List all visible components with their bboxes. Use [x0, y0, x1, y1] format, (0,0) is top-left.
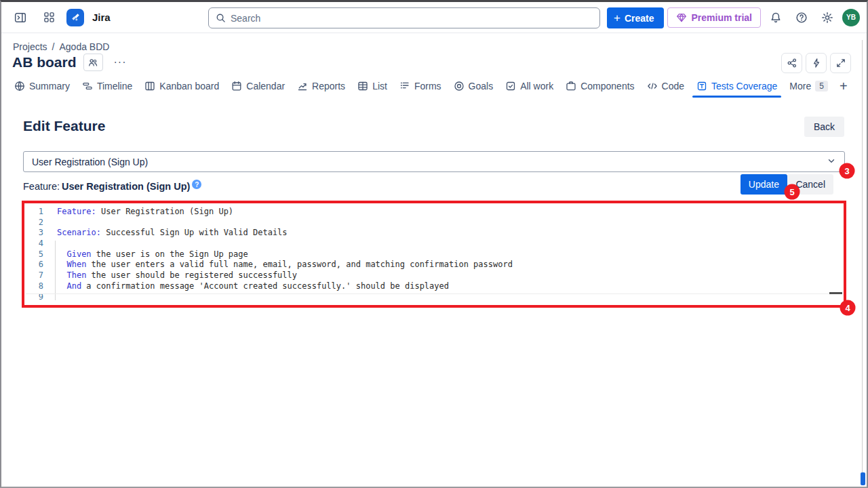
feature-label: Feature: — [23, 181, 60, 192]
code-line: 5 Given the user is on the Sign Up page — [24, 249, 844, 260]
tab-label: Reports — [312, 81, 345, 92]
tabs-list: SummaryTimelineKanban boardCalendarRepor… — [8, 77, 783, 95]
edit-feature-heading: Edit Feature — [23, 118, 105, 134]
tab-forms[interactable]: Forms — [394, 77, 447, 95]
tab-more[interactable]: More 5 — [784, 77, 833, 95]
annotation-badge-4: 4 — [840, 300, 856, 316]
all-work-icon — [505, 81, 516, 92]
help-icon[interactable] — [791, 7, 812, 28]
line-number: 5 — [24, 249, 43, 260]
code-line: 4 — [24, 239, 844, 249]
line-number: 8 — [24, 281, 43, 292]
tab-label: Calendar — [246, 81, 285, 92]
settings-gear-icon[interactable] — [816, 7, 838, 28]
tab-label: Components — [580, 81, 634, 92]
board-tab-bar: SummaryTimelineKanban boardCalendarRepor… — [8, 76, 856, 96]
tab-label: Kanban board — [159, 81, 219, 92]
tab-tests-coverage[interactable]: Tests Coverage — [691, 77, 783, 95]
share-icon[interactable] — [781, 53, 802, 73]
board-icon — [144, 81, 155, 92]
board-more-actions-button[interactable]: ··· — [110, 55, 131, 70]
page-title: AB board — [12, 54, 77, 70]
tab-list[interactable]: List — [352, 77, 393, 95]
line-number: 1 — [24, 207, 43, 218]
indent-guide-line — [55, 241, 56, 300]
tab-kanban-board[interactable]: Kanban board — [139, 77, 224, 95]
tab-components[interactable]: Components — [560, 77, 639, 95]
tab-label: List — [372, 81, 387, 92]
breadcrumb-projects[interactable]: Projects — [13, 41, 47, 52]
tab-code[interactable]: Code — [642, 77, 690, 95]
line-number: 3 — [24, 228, 43, 239]
feature-help-icon[interactable]: ? — [192, 180, 201, 189]
code-line: 1Feature: User Registration (Sign Up) — [24, 207, 844, 218]
jira-logo[interactable] — [66, 9, 84, 26]
tab-label: Tests Coverage — [711, 81, 777, 92]
breadcrumb-project-name[interactable]: Agoda BDD — [59, 41, 109, 52]
breadcrumb-separator: / — [52, 41, 55, 52]
code-text: Scenario: Successful Sign Up with Valid … — [43, 228, 288, 239]
automation-lightning-icon[interactable] — [806, 53, 827, 73]
topbar-left-group: Jira — [9, 2, 111, 33]
top-navigation-bar: Jira + Create Premium trial — [1, 2, 867, 33]
search-bar[interactable] — [208, 7, 600, 28]
gem-icon — [676, 12, 687, 23]
create-button[interactable]: + Create — [607, 7, 664, 28]
browser-window: Jira + Create Premium trial — [0, 0, 868, 488]
feature-name: User Registration (Sign Up) — [62, 181, 190, 192]
code-text: When the user enters a valid full name, … — [43, 260, 513, 270]
feature-code-editor[interactable]: 1Feature: User Registration (Sign Up)23S… — [24, 203, 844, 305]
code-line: 7 Then the user should be registered suc… — [24, 270, 844, 281]
add-tab-button[interactable]: + — [834, 79, 853, 94]
board-toolbar — [781, 53, 851, 73]
tests-coverage-icon — [696, 81, 707, 92]
chevron-down-icon — [827, 156, 836, 167]
tab-label: All work — [520, 81, 553, 92]
page-scrollbar-thumb[interactable] — [861, 472, 865, 485]
back-button[interactable]: Back — [804, 117, 844, 137]
sidebar-toggle-icon[interactable] — [9, 7, 31, 28]
board-members-button[interactable] — [83, 54, 103, 71]
user-avatar[interactable]: YB — [842, 9, 860, 26]
code-text: And a confirmation message 'Account crea… — [43, 281, 449, 292]
code-line: 8 And a confirmation message 'Account cr… — [24, 281, 844, 292]
timeline-icon — [82, 81, 93, 92]
feature-name-line: Feature: User Registration (Sign Up) ? — [23, 181, 201, 192]
annotation-badge-3: 3 — [840, 163, 855, 179]
fullscreen-expand-icon[interactable] — [830, 53, 851, 73]
components-icon — [566, 81, 576, 92]
tab-goals[interactable]: Goals — [448, 77, 499, 95]
tab-all-work[interactable]: All work — [500, 77, 559, 95]
tab-label: Timeline — [97, 81, 132, 92]
app-switcher-icon[interactable] — [38, 7, 60, 28]
line-number: 2 — [24, 218, 43, 228]
board-title-row: AB board ··· — [12, 54, 130, 71]
more-count-badge: 5 — [815, 81, 828, 92]
editor-scroll-divider — [26, 293, 842, 294]
code-line: 6 When the user enters a valid full name… — [24, 260, 844, 270]
line-number: 6 — [24, 260, 43, 270]
calendar-icon — [231, 81, 242, 92]
search-input[interactable] — [231, 13, 593, 24]
tab-reports[interactable]: Reports — [292, 77, 351, 95]
tab-timeline[interactable]: Timeline — [77, 77, 138, 95]
forms-icon — [399, 81, 410, 92]
tab-calendar[interactable]: Calendar — [226, 77, 290, 95]
code-text — [43, 218, 57, 228]
editor-scrollbar-thumb[interactable] — [829, 292, 842, 294]
update-button[interactable]: Update — [741, 174, 787, 195]
goals-icon — [454, 81, 465, 92]
tab-summary[interactable]: Summary — [9, 77, 75, 95]
list-icon — [357, 81, 368, 92]
people-icon — [87, 57, 98, 68]
premium-trial-button[interactable]: Premium trial — [667, 7, 761, 28]
page-scrollbar-track — [862, 40, 863, 484]
product-name: Jira — [92, 12, 111, 23]
feature-select-dropdown[interactable]: User Registration (Sign Up) — [23, 151, 845, 172]
code-line: 2 — [24, 218, 844, 228]
feature-select-value: User Registration (Sign Up) — [32, 157, 148, 167]
notifications-bell-icon[interactable] — [765, 7, 787, 28]
tab-label: Goals — [469, 81, 494, 92]
topbar-right-group: Premium trial YB — [667, 2, 860, 33]
tab-label: Summary — [29, 81, 70, 92]
